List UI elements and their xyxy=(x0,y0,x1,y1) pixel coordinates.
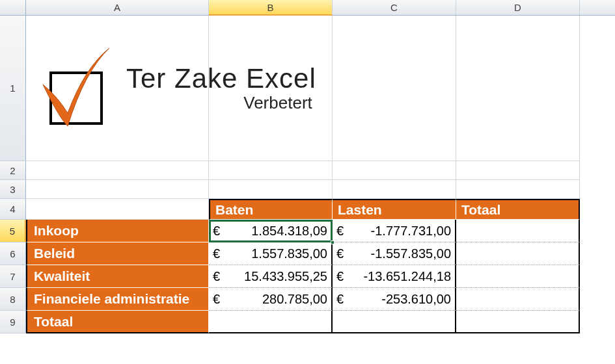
cell-totaal-inkoop[interactable] xyxy=(456,220,580,242)
logo-subtitle: Verbetert xyxy=(126,93,316,113)
cell-c1[interactable] xyxy=(333,16,456,161)
cell-lasten-beleid[interactable]: € -1.557.835,00 xyxy=(333,242,456,265)
checkmark-icon xyxy=(39,46,111,130)
cell-lasten-finadmin[interactable]: € -253.610,00 xyxy=(333,288,456,311)
value: 280.785,00 xyxy=(220,292,327,307)
label-kwaliteit[interactable]: Kwaliteit xyxy=(26,265,209,288)
currency-symbol: € xyxy=(213,269,220,284)
row-header-6[interactable]: 6 xyxy=(0,242,26,265)
row-header-2[interactable]: 2 xyxy=(0,161,26,180)
row-header-9[interactable]: 9 xyxy=(0,311,26,333)
cell-lasten-kwaliteit[interactable]: € -13.651.244,18 xyxy=(333,265,456,288)
row-header-1[interactable]: 1 xyxy=(0,16,26,161)
currency-symbol: € xyxy=(336,269,344,284)
cell-d1[interactable] xyxy=(456,16,580,161)
currency-symbol: € xyxy=(213,246,220,261)
cell-a4[interactable] xyxy=(26,199,209,220)
cell-d2[interactable] xyxy=(456,161,580,180)
cell-d3[interactable] xyxy=(456,180,580,199)
currency-symbol: € xyxy=(336,246,344,261)
value: -13.651.244,18 xyxy=(344,269,451,284)
row-header-3[interactable]: 3 xyxy=(0,180,26,199)
cell-lasten-totaal[interactable] xyxy=(333,311,456,333)
cell-baten-kwaliteit[interactable]: € 15.433.955,25 xyxy=(209,265,333,288)
value: -253.610,00 xyxy=(344,292,451,307)
row-header-8[interactable]: 8 xyxy=(0,288,26,311)
row-header-5[interactable]: 5 xyxy=(0,220,26,242)
currency-symbol: € xyxy=(336,292,344,307)
currency-symbol: € xyxy=(213,224,220,239)
cell-lasten-inkoop[interactable]: € -1.777.731,00 xyxy=(333,220,456,242)
row-header-4[interactable]: 4 xyxy=(0,199,26,220)
label-inkoop[interactable]: Inkoop xyxy=(26,220,209,242)
logo: Ter Zake Excel Verbetert xyxy=(39,46,316,130)
label-finadmin[interactable]: Financiele administratie xyxy=(26,288,209,311)
label-beleid[interactable]: Beleid xyxy=(26,242,209,265)
currency-symbol: € xyxy=(213,292,220,307)
col-header-d[interactable]: D xyxy=(456,0,580,15)
cell-a3[interactable] xyxy=(26,180,209,199)
cell-c3[interactable] xyxy=(333,180,456,199)
cell-totaal-beleid[interactable] xyxy=(456,242,580,265)
header-totaal[interactable]: Totaal xyxy=(456,199,580,220)
value: 1.854.318,09 xyxy=(220,224,327,239)
col-header-b[interactable]: B xyxy=(209,0,333,16)
cell-baten-beleid[interactable]: € 1.557.835,00 xyxy=(209,242,333,265)
value: 15.433.955,25 xyxy=(220,269,327,284)
row-header-7[interactable]: 7 xyxy=(0,265,26,288)
cell-baten-inkoop[interactable]: € 1.854.318,09 xyxy=(209,220,333,242)
value: 1.557.835,00 xyxy=(220,246,327,261)
cell-c2[interactable] xyxy=(333,161,456,180)
cell-totaal-kwaliteit[interactable] xyxy=(456,265,580,288)
currency-symbol: € xyxy=(336,224,344,239)
label-totaal[interactable]: Totaal xyxy=(26,311,209,333)
value: -1.777.731,00 xyxy=(344,224,451,239)
spreadsheet: A B C D 1 2 3 4 xyxy=(0,0,615,333)
header-baten[interactable]: Baten xyxy=(209,199,333,220)
column-header-row: A B C D xyxy=(0,0,615,16)
cell-baten-totaal[interactable] xyxy=(209,311,333,333)
cell-baten-finadmin[interactable]: € 280.785,00 xyxy=(209,288,333,311)
header-lasten[interactable]: Lasten xyxy=(333,199,456,220)
select-all-corner[interactable] xyxy=(0,0,26,15)
col-header-a[interactable]: A xyxy=(26,0,209,15)
cell-b3[interactable] xyxy=(209,180,333,199)
cell-a2[interactable] xyxy=(26,161,209,180)
cell-totaal-finadmin[interactable] xyxy=(456,288,580,311)
cell-b2[interactable] xyxy=(209,161,333,180)
cell-totaal-totaal[interactable] xyxy=(456,311,580,333)
logo-title: Ter Zake Excel xyxy=(126,63,316,94)
value: -1.557.835,00 xyxy=(344,246,451,261)
fill-handle[interactable] xyxy=(331,240,335,244)
col-header-c[interactable]: C xyxy=(333,0,456,15)
